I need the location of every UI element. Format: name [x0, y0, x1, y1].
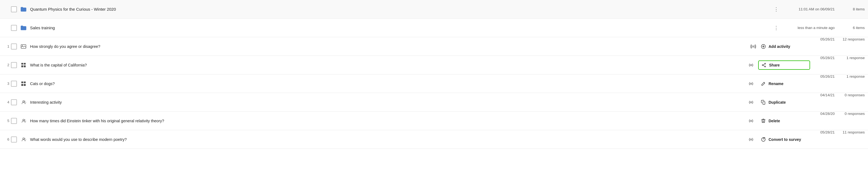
- activity-title-3: Cats or dogs?: [30, 81, 746, 86]
- broadcast-icon-4: [746, 100, 756, 105]
- svg-line-10: [763, 65, 765, 66]
- timestamp-quantum: 11:01 AM on 06/09/21: [780, 7, 835, 11]
- count-3: 1 response: [835, 74, 865, 93]
- count-sales: 6 items: [835, 26, 865, 30]
- broadcast-icon-2: [746, 62, 756, 68]
- date-4: 04/14/21: [810, 93, 835, 111]
- row-number-1: 1: [3, 44, 11, 48]
- checkbox-1[interactable]: [11, 44, 17, 50]
- folder-title-quantum: Quantum Physics for the Curious - Winter…: [30, 7, 772, 11]
- svg-point-2: [753, 46, 754, 47]
- activity-row-5: 5 How many times did Einstein tinker wit…: [0, 112, 868, 130]
- checkbox-6[interactable]: [11, 136, 17, 142]
- row-number-5: 5: [3, 119, 11, 123]
- count-1: 12 responses: [835, 37, 865, 55]
- context-menu-convert-row: Convert to survey: [758, 130, 810, 149]
- count-4: 0 responses: [835, 93, 865, 111]
- svg-point-12: [750, 83, 752, 84]
- context-menu-duplicate-row: Duplicate: [758, 93, 810, 111]
- count-2: 1 response: [835, 56, 865, 74]
- checkbox-4[interactable]: [11, 99, 17, 105]
- more-icon-quantum[interactable]: ⋮: [772, 6, 780, 12]
- date-1: 05/26/21: [810, 37, 835, 55]
- context-menu-add-activity[interactable]: Add activity: [758, 43, 810, 51]
- broadcast-icon-5: [746, 118, 756, 124]
- person-icon-6: [20, 137, 27, 142]
- date-2: 05/28/21: [810, 56, 835, 74]
- activity-row-2: 2 What is the capital of California?: [0, 56, 868, 74]
- activity-row-6: 6 What words would you use to describe m…: [0, 130, 868, 149]
- folder-icon-sales: [20, 25, 27, 30]
- folder-row-sales: Sales training ⋮ less than a minute ago …: [0, 19, 868, 37]
- svg-point-7: [765, 63, 766, 64]
- count-quantum: 8 items: [835, 7, 865, 11]
- person-icon-4: [20, 100, 27, 105]
- svg-point-9: [765, 66, 766, 67]
- checkbox-quantum[interactable]: [11, 6, 17, 12]
- date-6: 05/28/21: [810, 130, 835, 149]
- row-number-4: 4: [3, 100, 11, 104]
- folder-icon-quantum: [20, 7, 27, 12]
- checkbox-5[interactable]: [11, 118, 17, 124]
- row-number-2: 2: [3, 63, 11, 67]
- context-menu-share[interactable]: Share: [758, 60, 810, 70]
- broadcast-icon-1: [748, 44, 758, 49]
- count-6: 11 responses: [835, 130, 865, 149]
- timestamp-sales: less than a minute ago: [780, 26, 835, 30]
- context-menu-duplicate[interactable]: Duplicate: [758, 98, 810, 106]
- checkbox-2[interactable]: [11, 62, 17, 68]
- broadcast-icon-6: [746, 137, 756, 142]
- broadcast-icon-3: [746, 81, 756, 86]
- svg-point-6: [750, 64, 752, 65]
- svg-line-11: [763, 64, 765, 64]
- activity-row-1: 1 How strongly do you agree or disagree?: [0, 37, 868, 56]
- date-5: 04/28/20: [810, 112, 835, 130]
- date-3: 05/26/21: [810, 74, 835, 93]
- content-table: Quantum Physics for the Curious - Winter…: [0, 0, 868, 149]
- svg-point-22: [750, 139, 752, 140]
- svg-point-15: [750, 102, 752, 103]
- svg-point-8: [762, 64, 763, 65]
- checkbox-sales[interactable]: [11, 25, 17, 31]
- context-menu-delete[interactable]: Delete: [758, 117, 810, 125]
- svg-point-19: [750, 120, 752, 122]
- context-menu-convert-to-survey[interactable]: Convert to survey: [758, 135, 810, 143]
- row-number-6: 6: [3, 137, 11, 141]
- checkbox-3[interactable]: [11, 81, 17, 87]
- count-5: 0 responses: [835, 112, 865, 130]
- svg-rect-16: [763, 102, 765, 104]
- activity-title-6: What words would you use to describe mod…: [30, 137, 746, 142]
- folder-row-quantum: Quantum Physics for the Curious - Winter…: [0, 0, 868, 19]
- activity-title-2: What is the capital of California?: [30, 63, 746, 67]
- activity-title-1: How strongly do you agree or disagree?: [30, 44, 748, 49]
- activity-row-4: 4 Interesting activity: [0, 93, 868, 112]
- context-menu: Add activity: [758, 37, 810, 55]
- context-menu-share-row: Share: [758, 56, 810, 74]
- image-icon-1: [20, 44, 27, 49]
- activity-row-3: 3 Cats or dogs?: [0, 74, 868, 93]
- grid-icon-2: [20, 63, 27, 67]
- more-icon-sales[interactable]: ⋮: [772, 25, 780, 31]
- person-icon-5: [20, 118, 27, 124]
- activity-title-4: Interesting activity: [30, 100, 746, 105]
- grid-icon-3: [20, 81, 27, 86]
- activity-title-5: How many times did Einstein tinker with …: [30, 119, 746, 123]
- context-menu-rename[interactable]: Rename: [758, 80, 810, 88]
- row-number-3: 3: [3, 81, 11, 86]
- context-menu-rename-row: Rename: [758, 74, 810, 93]
- context-menu-delete-row: Delete: [758, 112, 810, 130]
- folder-title-sales: Sales training: [30, 25, 772, 30]
